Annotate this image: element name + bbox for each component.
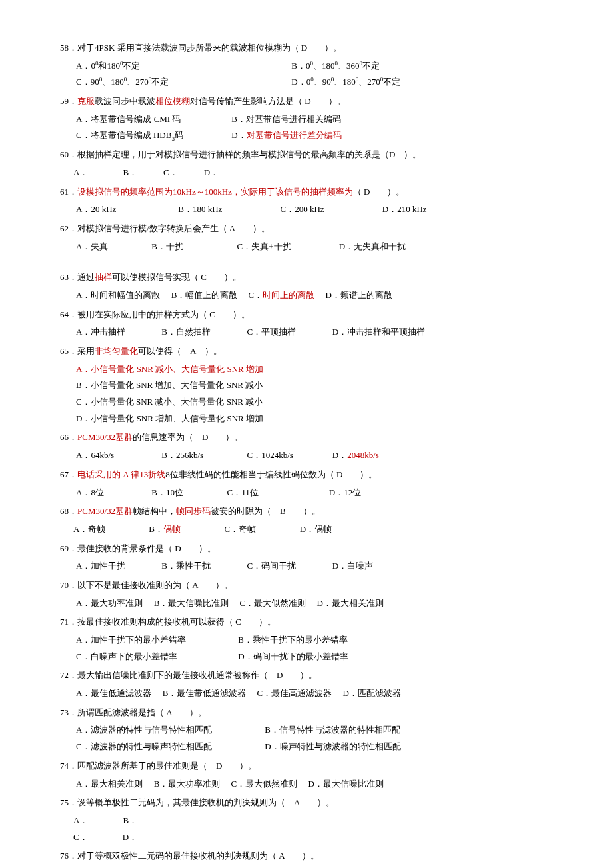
q64-c: C．平顶抽样 <box>247 324 330 341</box>
q63-d: D．频谱上的离散 <box>325 287 392 304</box>
q74-b: B．最大功率准则 <box>154 776 221 793</box>
q65-a: A．小信号量化 SNR 减小、大信号量化 SNR 增加 <box>76 361 553 378</box>
q58-b: B．00、1800、3600不定 <box>291 58 380 75</box>
q69-opts: A．加性干扰 B．乘性干扰 C．码间干扰 D．白噪声 <box>60 558 553 575</box>
q64: 64．被用在实际应用中的抽样方式为（ C ）。 <box>60 307 553 323</box>
q72-b: B．最佳带低通滤波器 <box>163 685 247 702</box>
q62-b: B．干扰 <box>151 239 235 255</box>
q67-opts: A．8位 B．10位 C．11位 D．12位 <box>60 485 553 501</box>
q71: 71．按最佳接收准则构成的接收机可以获得（ C ）。 <box>60 614 553 631</box>
q71-b: B．乘性干扰下的最小差错率 <box>238 632 348 649</box>
q66-p1: 66． <box>60 432 77 442</box>
q65-b: B．小信号量化 SNR 增加、大信号量化 SNR 减小 <box>76 377 553 394</box>
q62-a: A．失真 <box>76 239 149 255</box>
q65-c: C．小信号量化 SNR 减小、大信号量化 SNR 减小 <box>76 394 553 411</box>
q67: 67．电话采用的 A 律13折线8位非线性码的性能相当于编线性码位数为（ D ）… <box>60 467 553 483</box>
q61-r1: 设模拟信号的频率范围为10kHz～100kHz，实际用于该信号的抽样频率为 <box>77 187 353 197</box>
q62-c: C．失真+干扰 <box>237 239 337 255</box>
q69-b: B．乘性干扰 <box>161 558 245 575</box>
q67-d: D．12位 <box>329 485 361 501</box>
q59-r2: 相位模糊 <box>155 96 190 106</box>
q74-opts: A．最大相关准则 B．最大功率准则 C．最大似然准则 D．最大信噪比准则 <box>60 776 553 793</box>
q60-opts: A． B． C． D． <box>60 165 553 181</box>
q65-d: D．小信号量化 SNR 增加、大信号量化 SNR 增加 <box>76 411 553 427</box>
q63-r1: 抽样 <box>95 272 112 282</box>
q73-opts: A．滤波器的特性与信号特性相匹配 B．信号特性与滤波器的特性相匹配 C．滤波器的… <box>60 722 553 755</box>
q72: 72．最大输出信噪比准则下的最佳接收机通常被称作（ D ）。 <box>60 667 553 684</box>
q70-opts: A．最大功率准则 B．最大信噪比准则 C．最大似然准则 D．最大相关准则 <box>60 595 553 612</box>
q65: 65．采用非均匀量化可以使得（ A ）。 <box>60 343 553 360</box>
q64-opts: A．冲击抽样 B．自然抽样 C．平顶抽样 D．冲击抽样和平顶抽样 <box>60 324 553 341</box>
q68-c: C．奇帧 <box>225 521 298 538</box>
q72-a: A．最佳低通滤波器 <box>76 685 151 702</box>
q58-d: D．00、900、1800、2700不定 <box>291 74 400 91</box>
q71-d: D．码间干扰下的最小差错率 <box>238 649 348 665</box>
q58-c: C．900、1800、2700不定 <box>76 74 289 91</box>
q70: 70．以下不是最佳接收准则的为（ A ）。 <box>60 577 553 594</box>
q69-c: C．码间干扰 <box>247 558 330 575</box>
q58: 58．对于4PSK 采用直接法载波同步所带来的载波相位模糊为（ D ）。 <box>60 40 553 57</box>
q67-p2: 8位非线性码的性能相当于编线性码位数为（ D ）。 <box>165 469 377 479</box>
q59-a: A．将基带信号编成 CMI 码 <box>76 111 229 128</box>
q63-opts: A．时间和幅值的离散 B．幅值上的离散 C．时间上的离散 D．频谱上的离散 <box>60 287 553 304</box>
q65-opts: A．小信号量化 SNR 减小、大信号量化 SNR 增加 B．小信号量化 SNR … <box>60 361 553 427</box>
q61-a: A．20 kHz <box>76 201 176 218</box>
q59-p1: 59． <box>60 96 77 106</box>
q61-p1: 61． <box>60 187 77 197</box>
q61-opts: A．20 kHz B．180 kHz C．200 kHz D．210 kHz <box>60 201 553 218</box>
q61-b: B．180 kHz <box>178 201 278 218</box>
q70-b: B．最大信噪比准则 <box>154 595 229 612</box>
q66: 66．PCM30/32基群的信息速率为（ D ）。 <box>60 429 553 446</box>
q66-b: B．256kb/s <box>161 447 245 464</box>
q59: 59．克服载波同步中载波相位模糊对信号传输产生影响方法是（ D ）。 <box>60 93 553 110</box>
q69-d: D．白噪声 <box>332 558 373 575</box>
q66-c: C．1024kb/s <box>247 447 330 464</box>
q75-opts1: A． B． <box>73 813 553 829</box>
q73-b: B．信号特性与滤波器的特性相匹配 <box>265 722 400 739</box>
q58-a: A．00和1800不定 <box>76 58 289 75</box>
q59-r1: 克服 <box>77 96 95 106</box>
q59-p3: 对信号传输产生影响方法是（ D ）。 <box>190 96 346 106</box>
q59-c: C．将基带信号编成 HDB3码 <box>76 127 229 144</box>
q67-p1: 67． <box>60 469 77 479</box>
q71-opts: A．加性干扰下的最小差错率 B．乘性干扰下的最小差错率 C．白噪声下的最小差错率… <box>60 632 553 665</box>
q68-p2: 帧结构中， <box>133 506 176 516</box>
q65-p2: 可以使得（ A ）。 <box>138 346 222 356</box>
q74: 74．匹配滤波器所基于的最佳准则是（ D ）。 <box>60 758 553 775</box>
q64-b: B．自然抽样 <box>161 324 245 341</box>
q64-d: D．冲击抽样和平顶抽样 <box>332 324 425 341</box>
q63: 63．通过抽样可以使模拟信号实现（ C ）。 <box>60 269 553 286</box>
q59-p2: 载波同步中载波 <box>95 96 155 106</box>
q62-d: D．无失真和干扰 <box>339 239 406 255</box>
q69: 69．最佳接收的背景条件是（ D ）。 <box>60 541 553 557</box>
q72-c: C．最佳高通滤波器 <box>257 685 332 702</box>
q67-b: B．10位 <box>151 485 225 501</box>
q72-opts: A．最佳低通滤波器 B．最佳带低通滤波器 C．最佳高通滤波器 D．匹配滤波器 <box>60 685 553 702</box>
q68-p1: 68． <box>60 506 77 516</box>
q68-opts: A．奇帧 B．偶帧 C．奇帧 D．偶帧 <box>60 521 553 538</box>
q70-c: C．最大似然准则 <box>240 595 306 612</box>
q74-d: D．最大信噪比准则 <box>308 776 383 793</box>
q63-p1: 63．通过 <box>60 272 95 282</box>
q70-d: D．最大相关准则 <box>316 595 383 612</box>
q67-r1: 电话采用的 A 律13折线 <box>77 469 165 479</box>
q62: 62．对模拟信号进行模/数字转换后会产生（ A ）。 <box>60 221 553 237</box>
q75: 75．设等概单极性二元码为，其最佳接收机的判决规则为（ A ）。 <box>60 795 553 811</box>
q68-r2: 帧同步码 <box>176 506 211 516</box>
q69-a: A．加性干扰 <box>76 558 159 575</box>
q73-a: A．滤波器的特性与信号特性相匹配 <box>76 722 263 739</box>
q68-a: A．奇帧 <box>73 521 147 538</box>
q73: 73．所谓匹配滤波器是指（ A ）。 <box>60 705 553 721</box>
q66-p2: 的信息速率为（ D ）。 <box>133 432 243 442</box>
q63-b: B．幅值上的离散 <box>171 287 238 304</box>
q67-a: A．8位 <box>76 485 149 501</box>
q61-c: C．200 kHz <box>281 201 380 218</box>
q59-d: D．对基带信号进行差分编码 <box>231 127 341 144</box>
q66-d: D．2048kb/s <box>332 447 379 464</box>
q63-p2: 可以使模拟信号实现（ C ）。 <box>112 272 241 282</box>
q65-r1: 非均匀量化 <box>95 346 138 356</box>
q68-r1: PCM30/32基群 <box>77 506 133 516</box>
q74-a: A．最大相关准则 <box>76 776 143 793</box>
q68-d: D．偶帧 <box>300 521 332 538</box>
q75-opts: A． B． C． D． <box>60 813 553 845</box>
